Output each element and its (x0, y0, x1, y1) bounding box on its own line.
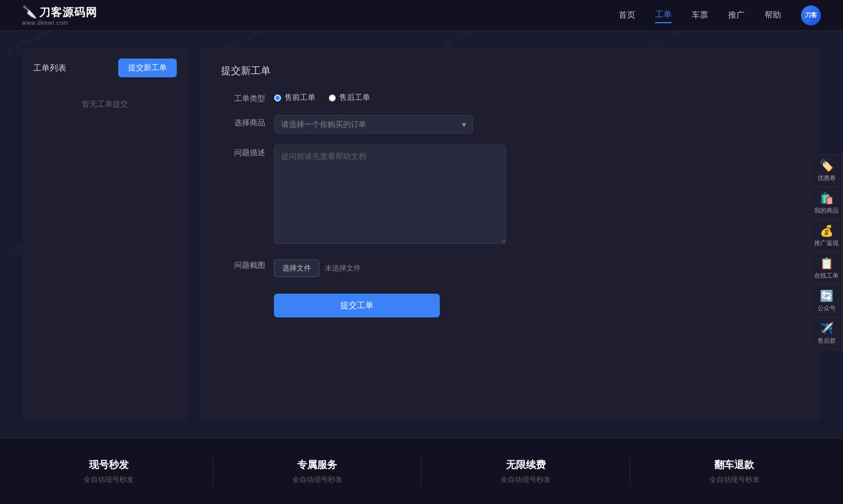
float-my-product[interactable]: 🛍️ 我的商品 (810, 187, 843, 219)
official-account-icon: 🔄 (820, 290, 834, 303)
nav-help[interactable]: 帮助 (765, 8, 781, 23)
radio-aftersale[interactable]: 售后工单 (329, 93, 370, 103)
footer-item-1: 专属服务 全自动现号秒发 (292, 458, 343, 485)
cashback-label: 推广返现 (814, 240, 839, 247)
radio-presale-label: 售前工单 (284, 93, 315, 103)
cashback-icon: 💰 (820, 224, 834, 237)
right-panel: 提交新工单 工单类型 售前工单 售后工单 选择商品 请选择一 (199, 47, 821, 421)
online-workorder-icon: 📋 (820, 257, 834, 270)
screenshot-label: 问题截图 (221, 257, 265, 270)
main-container: 工单列表 提交新工单 暂无工单提交 提交新工单 工单类型 售前工单 售后工单 选 (0, 31, 843, 438)
my-product-label: 我的商品 (814, 207, 839, 214)
footer-title-2: 无限续费 (500, 458, 551, 471)
footer-title-1: 专属服务 (292, 458, 343, 471)
avatar[interactable]: 刀客 (801, 6, 821, 25)
float-after-sale-group[interactable]: ✈️ 售后群 (810, 317, 843, 350)
radio-presale[interactable]: 售前工单 (274, 93, 315, 103)
left-panel: 工单列表 提交新工单 暂无工单提交 (22, 47, 188, 421)
choose-file-button[interactable]: 选择文件 (274, 259, 319, 277)
footer-divider-1 (421, 458, 421, 485)
float-cashback[interactable]: 💰 推广返现 (810, 219, 843, 252)
header: 🔪 刀客源码网 www.dkewl.com 首页 工单 车票 推广 帮助 刀客 (0, 0, 843, 31)
main-nav: 首页 工单 车票 推广 帮助 刀客 (619, 6, 821, 25)
footer-divider-0 (213, 458, 213, 485)
submit-new-button[interactable]: 提交新工单 (118, 59, 177, 77)
file-row: 选择文件 未选择文件 (274, 257, 506, 277)
site-name: 刀客源码网 (39, 5, 97, 20)
form-title: 提交新工单 (221, 64, 799, 77)
form-row-submit: 提交工单 (274, 288, 799, 317)
official-account-label: 公众号 (818, 305, 836, 312)
radio-aftersale-label: 售后工单 (339, 93, 370, 103)
footer-sub-3: 全自动现号秒发 (709, 475, 760, 485)
form-row-description: 问题描述 (221, 145, 799, 246)
description-textarea[interactable] (274, 145, 506, 244)
submit-ticket-button[interactable]: 提交工单 (274, 294, 440, 317)
type-radio-group: 售前工单 售后工单 (274, 91, 506, 103)
left-panel-header: 工单列表 提交新工单 (33, 59, 177, 77)
footer-item-2: 无限续费 全自动现号秒发 (500, 458, 551, 485)
footer-divider-2 (630, 458, 630, 485)
after-sale-group-icon: ✈️ (820, 322, 834, 336)
description-label: 问题描述 (221, 145, 265, 158)
description-control (274, 145, 506, 246)
footer-title-3: 翻车退款 (709, 458, 760, 471)
float-official-account[interactable]: 🔄 公众号 (810, 285, 843, 317)
form-row-screenshot: 问题截图 选择文件 未选择文件 (221, 257, 799, 277)
logo-icon: 🔪 (22, 5, 37, 19)
footer-sub-1: 全自动现号秒发 (292, 475, 343, 485)
site-url: www.dkewl.com (22, 20, 69, 26)
form-row-type: 工单类型 售前工单 售后工单 (221, 91, 799, 104)
form-row-product: 选择商品 请选择一个你购买的订单 (221, 115, 799, 134)
panel-title: 工单列表 (33, 63, 66, 73)
logo-area: 🔪 刀客源码网 www.dkewl.com (22, 5, 97, 26)
after-sale-group-label: 售后群 (818, 338, 836, 345)
online-workorder-label: 在线工单 (814, 273, 839, 280)
float-coupon[interactable]: 🏷️ 优惠卷 (810, 154, 843, 187)
nav-home[interactable]: 首页 (619, 8, 635, 23)
type-label: 工单类型 (221, 91, 265, 104)
footer: 现号秒发 全自动现号秒发 专属服务 全自动现号秒发 无限续费 全自动现号秒发 翻… (0, 438, 843, 504)
footer-title-0: 现号秒发 (83, 458, 134, 471)
float-sidebar: 🏷️ 优惠卷 🛍️ 我的商品 💰 推广返现 📋 在线工单 🔄 公众号 ✈️ 售后… (810, 154, 843, 350)
nav-workorder[interactable]: 工单 (655, 7, 672, 23)
product-select-wrapper: 请选择一个你购买的订单 (274, 115, 506, 134)
empty-tip: 暂无工单提交 (33, 99, 177, 109)
product-select[interactable]: 请选择一个你购买的订单 (274, 115, 473, 134)
file-status: 未选择文件 (325, 263, 361, 273)
coupon-label: 优惠卷 (818, 174, 836, 182)
nav-ticket[interactable]: 车票 (692, 8, 708, 23)
coupon-icon: 🏷️ (820, 159, 834, 172)
product-label: 选择商品 (221, 115, 265, 128)
my-product-icon: 🛍️ (820, 192, 834, 205)
float-online-workorder[interactable]: 📋 在线工单 (810, 252, 843, 285)
footer-item-3: 翻车退款 全自动现号秒发 (709, 458, 760, 485)
footer-sub-2: 全自动现号秒发 (500, 475, 551, 485)
footer-item-0: 现号秒发 全自动现号秒发 (83, 458, 134, 485)
nav-promotion[interactable]: 推广 (728, 8, 745, 23)
footer-sub-0: 全自动现号秒发 (83, 475, 134, 485)
